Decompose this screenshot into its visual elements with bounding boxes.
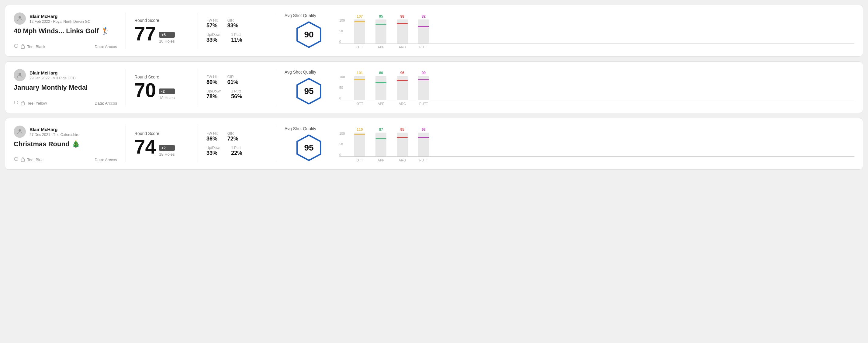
chart-bar-app: 86 APP <box>373 69 389 105</box>
avatar <box>14 69 26 81</box>
chart-area: 100 50 0 110 OTT 87 APP 95 <box>339 126 854 162</box>
hexagon-container: 90 <box>295 21 322 48</box>
weather-icon <box>14 44 19 49</box>
divider2 <box>197 12 198 49</box>
round-title: Christmas Round 🎄 <box>14 140 117 148</box>
svg-point-6 <box>19 129 21 132</box>
section-stats: FW Hit 86% GIR 61% Up/Down 78% 1 Putt <box>207 69 267 105</box>
chart-bar-ott: 110 OTT <box>352 126 367 162</box>
chart-bar-putt: 99 PUTT <box>416 69 431 105</box>
section-score: Round Score 74 +2 18 Holes <box>134 126 189 162</box>
section-stats: FW Hit 36% GIR 72% Up/Down 33% 1 Putt <box>207 126 267 162</box>
svg-rect-1 <box>21 45 25 48</box>
chart-bar-putt: 93 PUTT <box>416 126 431 162</box>
round-title: 40 Mph Winds... Links Golf 🏌️ <box>14 27 117 35</box>
score-diff-badge: +2 <box>159 145 175 151</box>
fw-hit-stat: FW Hit 57% <box>207 18 218 29</box>
chart-bar-app: 95 APP <box>373 12 389 49</box>
data-source: Data: Arccos <box>95 157 117 162</box>
player-name: Blair McHarg <box>30 127 79 132</box>
chart-bar-ott: 107 OTT <box>352 12 367 49</box>
quality-score: 90 <box>304 30 313 39</box>
score-label: Round Score <box>134 74 189 80</box>
quality-label: Avg Shot Quality <box>285 126 316 131</box>
round-footer: Tee: Blue Data: Arccos <box>14 157 117 162</box>
player-name: Blair McHarg <box>30 70 76 75</box>
section-player-info: Blair McHarg 12 Feb 2022 · Royal North D… <box>14 12 117 49</box>
score-label: Round Score <box>134 18 189 23</box>
chart-bar-ott: 101 OTT <box>352 69 367 105</box>
tee-label: Tee: Yellow <box>27 101 47 105</box>
bag-icon <box>20 157 25 162</box>
chart-baseline <box>339 100 854 100</box>
quality-score: 95 <box>304 86 313 96</box>
bag-icon <box>20 44 25 49</box>
weather-icon <box>14 157 19 162</box>
round-card-round2: Blair McHarg 29 Jan 2022 · Mill Ride GCC… <box>5 61 863 113</box>
round-card-round3: Blair McHarg 27 Dec 2021 · The Oxfordshi… <box>5 118 863 170</box>
weather-icon <box>14 101 19 105</box>
section-quality: Avg Shot Quality 95 <box>285 126 333 162</box>
player-info: Blair McHarg 27 Dec 2021 · The Oxfordshi… <box>14 126 117 138</box>
divider <box>126 69 126 105</box>
divider <box>126 12 126 49</box>
data-source: Data: Arccos <box>95 101 117 105</box>
tee-label: Tee: Blue <box>27 157 43 162</box>
hexagon-container: 95 <box>295 134 322 161</box>
section-quality: Avg Shot Quality 95 <box>285 69 333 105</box>
fw-hit-stat: FW Hit 86% <box>207 75 218 86</box>
player-date: 12 Feb 2022 · Royal North Devon GC <box>30 20 90 24</box>
score-holes: 18 Holes <box>159 152 175 157</box>
up-down-stat: Up/Down 33% <box>207 146 221 156</box>
score-diff-badge: -2 <box>159 89 175 94</box>
chart-bar-arg: 96 ARG <box>395 69 410 105</box>
section-chart: 100 50 0 101 OTT 86 APP 96 <box>333 69 854 105</box>
score-holes: 18 Holes <box>159 39 175 43</box>
divider <box>126 126 126 162</box>
svg-point-0 <box>19 16 21 19</box>
section-player-info: Blair McHarg 29 Jan 2022 · Mill Ride GCC… <box>14 69 117 105</box>
svg-rect-4 <box>21 102 25 105</box>
chart-y-axis: 100 50 0 <box>339 132 345 162</box>
section-chart: 100 50 0 107 OTT 95 APP 98 <box>333 12 854 49</box>
section-player-info: Blair McHarg 27 Dec 2021 · The Oxfordshi… <box>14 126 117 162</box>
tee-label: Tee: Black <box>27 44 45 49</box>
one-putt-stat: 1 Putt 11% <box>231 33 242 43</box>
data-source: Data: Arccos <box>95 44 117 49</box>
round-footer: Tee: Black Data: Arccos <box>14 44 117 49</box>
chart-bar-putt: 82 PUTT <box>416 12 431 49</box>
divider3 <box>276 69 276 105</box>
quality-score: 95 <box>304 143 313 153</box>
tee-info: Tee: Blue <box>14 157 43 162</box>
divider2 <box>197 126 198 162</box>
bag-icon <box>20 101 25 105</box>
fw-hit-stat: FW Hit 36% <box>207 131 218 142</box>
chart-baseline <box>339 43 854 43</box>
chart-baseline <box>339 156 854 157</box>
quality-label: Avg Shot Quality <box>285 70 316 74</box>
avatar <box>14 126 26 138</box>
gir-stat: GIR 72% <box>227 131 238 142</box>
gir-stat: GIR 61% <box>227 75 238 86</box>
player-info: Blair McHarg 29 Jan 2022 · Mill Ride GCC <box>14 69 117 81</box>
hexagon-container: 95 <box>295 77 322 105</box>
tee-info: Tee: Yellow <box>14 101 47 105</box>
chart-area: 100 50 0 101 OTT 86 APP 96 <box>339 69 854 105</box>
chart-bar-arg: 95 ARG <box>395 126 410 162</box>
chart-y-axis: 100 50 0 <box>339 75 345 105</box>
divider2 <box>197 69 198 105</box>
section-quality: Avg Shot Quality 90 <box>285 12 333 49</box>
player-date: 29 Jan 2022 · Mill Ride GCC <box>30 76 76 80</box>
section-score: Round Score 77 +5 18 Holes <box>134 12 189 49</box>
avatar <box>14 12 26 25</box>
round-title: January Monthly Medal <box>14 84 117 92</box>
section-stats: FW Hit 57% GIR 83% Up/Down 33% 1 Putt <box>207 12 267 49</box>
section-chart: 100 50 0 110 OTT 87 APP 95 <box>333 126 854 162</box>
one-putt-stat: 1 Putt 22% <box>231 146 242 156</box>
divider3 <box>276 12 276 49</box>
score-holes: 18 Holes <box>159 95 175 100</box>
score-value: 74 <box>134 137 156 157</box>
round-card-round1: Blair McHarg 12 Feb 2022 · Royal North D… <box>5 5 863 57</box>
divider3 <box>276 126 276 162</box>
chart-y-axis: 100 50 0 <box>339 19 345 49</box>
